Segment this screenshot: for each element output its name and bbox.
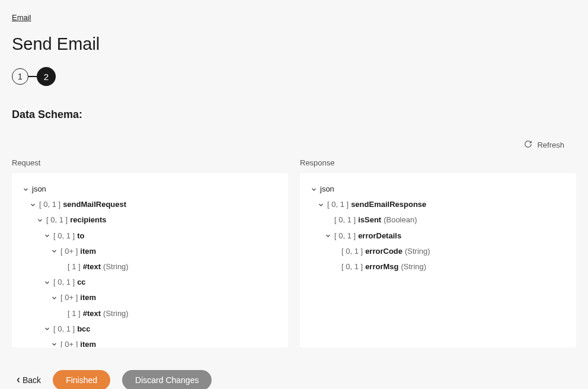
node-name: errorDetails: [358, 231, 401, 241]
chevron-down-icon[interactable]: [50, 294, 58, 302]
request-schema-panel[interactable]: json[ 0, 1 ] sendMailRequest[ 0, 1 ] rec…: [12, 173, 288, 347]
node-cardinality: [ 0, 1 ]: [46, 215, 68, 225]
tree-node[interactable]: [ 0, 1 ] errorMsg (String): [309, 259, 567, 275]
section-title-data-schema: Data Schema:: [12, 109, 576, 121]
node-name: errorMsg: [365, 262, 398, 272]
node-type: (String): [103, 308, 129, 319]
node-name: item: [80, 292, 96, 303]
back-button[interactable]: Back: [17, 375, 41, 385]
tree-node[interactable]: [ 0, 1 ] recipients: [21, 212, 279, 228]
chevron-down-icon[interactable]: [50, 340, 58, 347]
node-name: to: [77, 231, 84, 241]
step-connector: [28, 76, 37, 77]
request-label: Request: [12, 158, 288, 167]
node-name: #text: [83, 308, 101, 319]
tree-node[interactable]: [ 0+ ] item: [21, 244, 279, 259]
tree-node[interactable]: [ 1 ] #text (String): [21, 306, 279, 321]
node-cardinality: [ 0, 1 ]: [334, 231, 356, 241]
node-cardinality: [ 0+ ]: [60, 246, 78, 257]
chevron-down-icon[interactable]: [43, 325, 51, 333]
refresh-label: Refresh: [537, 141, 564, 149]
tree-node[interactable]: [ 0, 1 ] to: [21, 228, 279, 244]
chevron-down-icon[interactable]: [309, 185, 318, 193]
chevron-down-icon[interactable]: [324, 232, 332, 240]
node-cardinality: [ 0, 1 ]: [341, 262, 363, 272]
chevron-down-icon[interactable]: [43, 232, 51, 240]
tree-node[interactable]: [ 0, 1 ] sendEmailResponse: [309, 197, 567, 212]
node-name: sendMailRequest: [63, 199, 126, 210]
chevron-down-icon[interactable]: [50, 247, 58, 256]
node-name: json: [32, 184, 46, 194]
node-name: isSent: [358, 215, 381, 225]
node-name: errorCode: [365, 246, 402, 257]
node-name: item: [80, 339, 96, 347]
refresh-icon: [524, 140, 532, 150]
chevron-down-icon[interactable]: [21, 185, 30, 193]
tree-node[interactable]: json: [21, 181, 279, 197]
response-schema-panel[interactable]: json[ 0, 1 ] sendEmailResponse[ 0, 1 ] i…: [300, 173, 576, 347]
chevron-down-icon[interactable]: [43, 278, 51, 286]
node-cardinality: [ 0+ ]: [60, 339, 78, 347]
node-cardinality: [ 0, 1 ]: [334, 215, 356, 225]
tree-node[interactable]: json: [309, 181, 567, 197]
tree-node[interactable]: [ 0+ ] item: [21, 337, 279, 347]
step-1[interactable]: 1: [12, 68, 28, 85]
node-name: sendEmailResponse: [351, 199, 426, 210]
step-2[interactable]: 2: [37, 67, 56, 86]
node-type: (Boolean): [384, 215, 417, 225]
chevron-down-icon[interactable]: [36, 216, 44, 224]
node-cardinality: [ 0, 1 ]: [39, 199, 60, 210]
tree-node[interactable]: [ 0, 1 ] errorDetails: [309, 228, 567, 244]
tree-node[interactable]: [ 0+ ] item: [21, 290, 279, 305]
step-indicator: 1 2: [12, 67, 576, 86]
node-type: (String): [405, 246, 430, 257]
node-name: cc: [77, 277, 85, 288]
tree-node[interactable]: [ 0, 1 ] errorCode (String): [309, 244, 567, 259]
node-name: json: [320, 184, 334, 194]
tree-node[interactable]: [ 0, 1 ] bcc: [21, 321, 279, 337]
node-cardinality: [ 0+ ]: [60, 292, 78, 303]
node-name: item: [80, 246, 96, 257]
chevron-down-icon[interactable]: [317, 200, 325, 209]
node-name: bcc: [77, 324, 90, 334]
discard-changes-button[interactable]: Discard Changes: [122, 370, 212, 389]
refresh-button[interactable]: Refresh: [524, 140, 564, 150]
node-cardinality: [ 0, 1 ]: [53, 277, 75, 288]
back-label: Back: [23, 375, 41, 385]
node-cardinality: [ 1 ]: [68, 262, 81, 272]
node-name: recipients: [70, 215, 106, 225]
tree-node[interactable]: [ 0, 1 ] sendMailRequest: [21, 197, 279, 212]
node-cardinality: [ 1 ]: [68, 308, 81, 319]
node-name: #text: [83, 262, 101, 272]
node-cardinality: [ 0, 1 ]: [327, 199, 349, 210]
chevron-down-icon[interactable]: [28, 200, 37, 209]
finished-button[interactable]: Finished: [53, 370, 110, 389]
node-cardinality: [ 0, 1 ]: [341, 246, 363, 257]
tree-node[interactable]: [ 0, 1 ] isSent (Boolean): [309, 212, 567, 228]
node-type: (String): [401, 262, 427, 272]
response-label: Response: [300, 158, 576, 167]
breadcrumb-email[interactable]: Email: [12, 13, 31, 22]
tree-node[interactable]: [ 0, 1 ] cc: [21, 275, 279, 290]
node-cardinality: [ 0, 1 ]: [53, 324, 75, 334]
node-type: (String): [103, 262, 129, 272]
tree-node[interactable]: [ 1 ] #text (String): [21, 259, 279, 275]
page-title: Send Email: [12, 34, 576, 54]
chevron-left-icon: [17, 375, 20, 385]
node-cardinality: [ 0, 1 ]: [53, 231, 75, 241]
